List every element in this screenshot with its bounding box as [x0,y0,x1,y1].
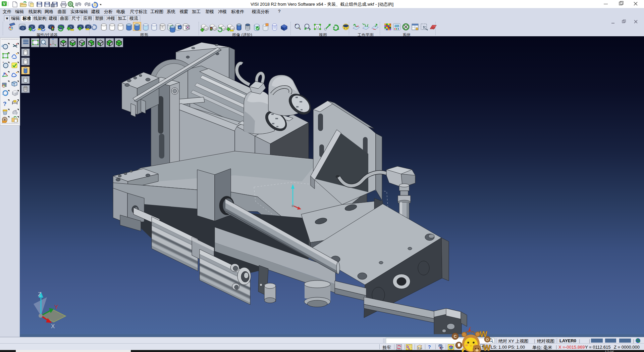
svg-text:Y: Y [54,304,58,310]
svg-text:X: X [51,323,55,329]
svg-text:O: O [486,338,489,342]
svg-text:?: ? [3,101,6,107]
svg-text:Z: Z [38,291,41,298]
svg-text:1:1: 1:1 [316,26,319,28]
svg-text:C: C [454,334,457,339]
svg-text:10: 10 [420,347,422,349]
svg-text:+: + [179,26,181,29]
svg-text:+: + [295,23,297,27]
svg-text:+: + [2,61,4,64]
svg-text:W: W [483,343,491,352]
